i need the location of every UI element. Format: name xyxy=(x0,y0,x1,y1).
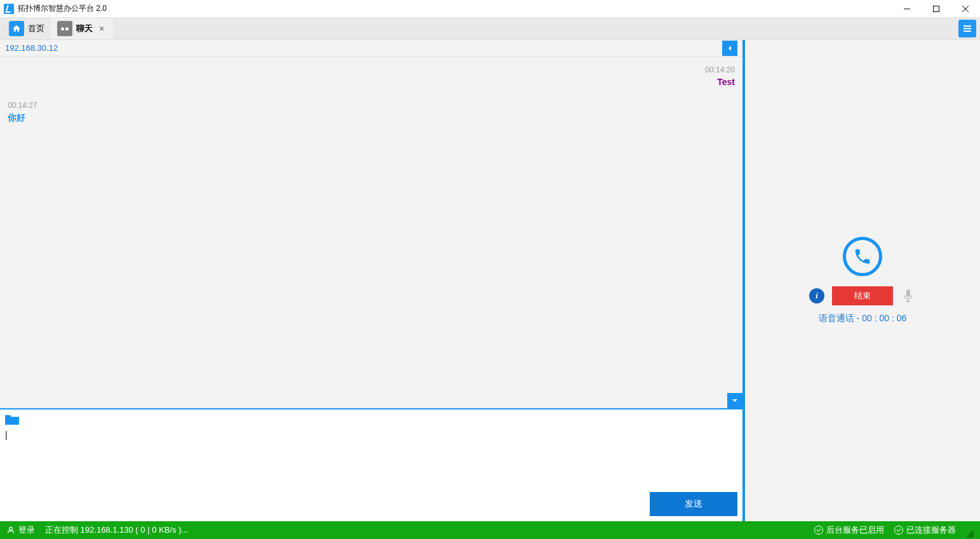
message-time: 00:14:20 xyxy=(705,65,735,74)
server-status: 已连接服务器 xyxy=(894,524,956,536)
scroll-down-button[interactable] xyxy=(727,393,742,408)
chat-header: 192.168.30.12 xyxy=(0,40,742,57)
window-title: 拓扑博尔智慧办公平台 2.0 xyxy=(18,3,107,14)
end-call-label: 结束 xyxy=(854,290,871,302)
home-icon xyxy=(9,21,24,36)
minimize-button[interactable] xyxy=(892,0,922,18)
peer-ip-label: 192.168.30.12 xyxy=(5,43,58,53)
service-status: 后台服务已启用 xyxy=(814,524,884,536)
message-text: 你好 xyxy=(8,112,37,124)
main-area: 192.168.30.12 00:14:20 Test 00:14:27 你好 … xyxy=(0,39,980,521)
check-icon xyxy=(894,526,903,535)
input-toolbar xyxy=(0,409,742,429)
server-status-label: 已连接服务器 xyxy=(906,524,956,536)
send-button-label: 发送 xyxy=(685,498,702,510)
login-status[interactable]: 登录 xyxy=(6,524,35,536)
tab-chat-label: 聊天 xyxy=(76,23,93,34)
collapse-left-button[interactable] xyxy=(722,41,737,56)
message-text: Test xyxy=(705,77,735,87)
tabbar: 首页 聊天 × xyxy=(0,18,980,39)
message-time: 00:14:27 xyxy=(8,101,37,110)
chat-icon xyxy=(57,21,72,36)
attach-file-icon[interactable] xyxy=(5,413,19,425)
send-button[interactable]: 发送 xyxy=(650,492,737,516)
call-status-prefix: 语音通话 - xyxy=(819,313,862,323)
chat-message-area[interactable]: 00:14:20 Test 00:14:27 你好 xyxy=(0,57,742,408)
maximize-button[interactable] xyxy=(922,0,951,18)
chat-column: 192.168.30.12 00:14:20 Test 00:14:27 你好 … xyxy=(0,40,742,521)
svg-rect-2 xyxy=(963,28,971,29)
svg-point-5 xyxy=(10,527,13,530)
app-icon xyxy=(4,4,14,14)
info-button[interactable]: i xyxy=(809,288,824,303)
tab-close-icon[interactable]: × xyxy=(97,23,107,34)
statusbar: 登录 正在控制 192.168.1.130 ( 0 | 0 KB/s )... … xyxy=(0,521,980,539)
call-duration: 00 : 00 : 06 xyxy=(862,313,906,323)
tab-chat[interactable]: 聊天 × xyxy=(51,18,113,39)
resize-grip-icon[interactable] xyxy=(966,530,974,538)
svg-rect-1 xyxy=(963,25,971,27)
window-controls xyxy=(892,0,980,18)
service-status-label: 后台服务已启用 xyxy=(826,524,884,536)
message-input[interactable]: | xyxy=(0,429,742,488)
controlling-label: 正在控制 192.168.1.130 ( 0 | 0 KB/s )... xyxy=(45,524,188,536)
close-button[interactable] xyxy=(951,0,980,18)
titlebar: 拓扑博尔智慧办公平台 2.0 xyxy=(0,0,980,18)
call-panel: i 结束 语音通话 - 00 : 00 : 06 xyxy=(742,40,980,521)
end-call-button[interactable]: 结束 xyxy=(832,286,893,305)
tab-home-label: 首页 xyxy=(28,23,44,34)
svg-rect-0 xyxy=(934,6,939,11)
microphone-button[interactable] xyxy=(901,288,916,303)
chat-input-area: | 发送 xyxy=(0,408,742,521)
chat-message: 00:14:20 Test xyxy=(705,65,735,87)
tab-home[interactable]: 首页 xyxy=(3,18,51,39)
chat-message: 00:14:27 你好 xyxy=(8,101,37,124)
svg-rect-3 xyxy=(963,30,971,32)
phone-icon xyxy=(843,237,882,276)
call-controls: i 结束 xyxy=(809,286,916,305)
call-status: 语音通话 - 00 : 00 : 06 xyxy=(819,313,907,324)
svg-rect-4 xyxy=(906,289,910,297)
check-icon xyxy=(814,526,823,535)
login-label: 登录 xyxy=(18,524,35,536)
controlling-status[interactable]: 正在控制 192.168.1.130 ( 0 | 0 KB/s )... xyxy=(45,524,188,536)
sidebar-toggle-button[interactable] xyxy=(958,20,976,37)
